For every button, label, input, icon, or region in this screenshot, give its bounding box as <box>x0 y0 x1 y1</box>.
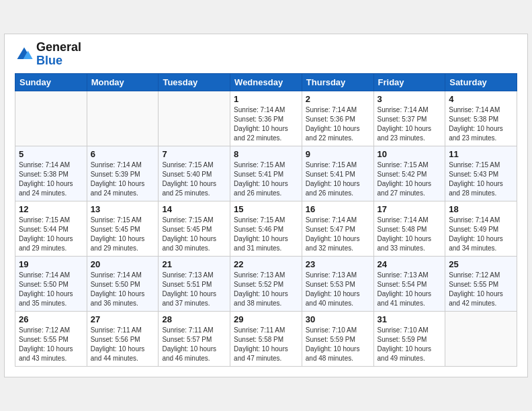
weekday-header-row: SundayMondayTuesdayWednesdayThursdayFrid… <box>15 73 517 91</box>
weekday-header-wednesday: Wednesday <box>230 73 302 91</box>
day-info: Sunrise: 7:15 AM Sunset: 5:41 PM Dayligh… <box>306 161 370 198</box>
calendar-cell: 10Sunrise: 7:15 AM Sunset: 5:42 PM Dayli… <box>373 146 445 201</box>
day-info: Sunrise: 7:14 AM Sunset: 5:50 PM Dayligh… <box>19 271 83 308</box>
day-number: 10 <box>378 149 442 159</box>
calendar-table: SundayMondayTuesdayWednesdayThursdayFrid… <box>15 73 517 367</box>
day-number: 23 <box>306 259 370 269</box>
calendar-cell: 3Sunrise: 7:14 AM Sunset: 5:37 PM Daylig… <box>373 91 445 146</box>
day-number: 13 <box>91 204 155 214</box>
calendar-cell: 25Sunrise: 7:12 AM Sunset: 5:55 PM Dayli… <box>445 256 517 311</box>
calendar-cell: 14Sunrise: 7:15 AM Sunset: 5:45 PM Dayli… <box>159 201 230 256</box>
calendar-header: General Blue <box>15 41 517 68</box>
calendar-cell: 29Sunrise: 7:11 AM Sunset: 5:58 PM Dayli… <box>230 311 302 366</box>
day-info: Sunrise: 7:14 AM Sunset: 5:37 PM Dayligh… <box>378 105 442 143</box>
calendar-cell: 9Sunrise: 7:15 AM Sunset: 5:41 PM Daylig… <box>302 146 373 201</box>
calendar-cell: 30Sunrise: 7:10 AM Sunset: 5:59 PM Dayli… <box>302 311 373 366</box>
calendar-cell: 20Sunrise: 7:14 AM Sunset: 5:50 PM Dayli… <box>87 256 159 311</box>
day-number: 12 <box>19 204 83 214</box>
day-info: Sunrise: 7:13 AM Sunset: 5:54 PM Dayligh… <box>378 271 442 308</box>
day-number: 7 <box>162 149 226 159</box>
weekday-header-sunday: Sunday <box>15 73 87 91</box>
day-info: Sunrise: 7:15 AM Sunset: 5:40 PM Dayligh… <box>162 161 226 198</box>
day-info: Sunrise: 7:13 AM Sunset: 5:52 PM Dayligh… <box>234 271 298 308</box>
week-row-4: 19Sunrise: 7:14 AM Sunset: 5:50 PM Dayli… <box>15 256 517 311</box>
day-number: 29 <box>234 314 298 324</box>
day-info: Sunrise: 7:12 AM Sunset: 5:55 PM Dayligh… <box>19 326 83 363</box>
day-info: Sunrise: 7:14 AM Sunset: 5:47 PM Dayligh… <box>306 216 370 253</box>
logo-text: General Blue <box>36 41 81 68</box>
day-info: Sunrise: 7:14 AM Sunset: 5:38 PM Dayligh… <box>19 161 83 198</box>
day-info: Sunrise: 7:14 AM Sunset: 5:36 PM Dayligh… <box>234 105 298 143</box>
calendar-cell: 18Sunrise: 7:14 AM Sunset: 5:49 PM Dayli… <box>445 201 517 256</box>
day-number: 22 <box>234 259 298 269</box>
day-number: 20 <box>91 259 155 269</box>
calendar-cell: 27Sunrise: 7:11 AM Sunset: 5:56 PM Dayli… <box>87 311 159 366</box>
calendar-container: General Blue SundayMondayTuesdayWednesda… <box>4 34 528 377</box>
day-info: Sunrise: 7:15 AM Sunset: 5:45 PM Dayligh… <box>91 216 155 253</box>
day-info: Sunrise: 7:15 AM Sunset: 5:46 PM Dayligh… <box>234 216 298 253</box>
day-number: 17 <box>378 204 442 214</box>
day-info: Sunrise: 7:14 AM Sunset: 5:39 PM Dayligh… <box>91 161 155 198</box>
calendar-cell <box>445 311 517 366</box>
calendar-cell: 11Sunrise: 7:15 AM Sunset: 5:43 PM Dayli… <box>445 146 517 201</box>
day-number: 8 <box>234 149 298 159</box>
calendar-cell <box>87 91 159 146</box>
logo-icon <box>15 45 34 64</box>
day-info: Sunrise: 7:14 AM Sunset: 5:36 PM Dayligh… <box>306 105 370 143</box>
day-info: Sunrise: 7:15 AM Sunset: 5:43 PM Dayligh… <box>449 161 513 198</box>
week-row-3: 12Sunrise: 7:15 AM Sunset: 5:44 PM Dayli… <box>15 201 517 256</box>
day-info: Sunrise: 7:14 AM Sunset: 5:48 PM Dayligh… <box>378 216 442 253</box>
day-number: 19 <box>19 259 83 269</box>
day-number: 15 <box>234 204 298 214</box>
day-number: 3 <box>378 94 442 104</box>
calendar-cell: 24Sunrise: 7:13 AM Sunset: 5:54 PM Dayli… <box>373 256 445 311</box>
day-info: Sunrise: 7:14 AM Sunset: 5:49 PM Dayligh… <box>449 216 513 253</box>
day-number: 1 <box>234 94 298 104</box>
calendar-cell: 13Sunrise: 7:15 AM Sunset: 5:45 PM Dayli… <box>87 201 159 256</box>
calendar-cell: 6Sunrise: 7:14 AM Sunset: 5:39 PM Daylig… <box>87 146 159 201</box>
day-number: 9 <box>306 149 370 159</box>
day-number: 5 <box>19 149 83 159</box>
calendar-cell: 26Sunrise: 7:12 AM Sunset: 5:55 PM Dayli… <box>15 311 87 366</box>
calendar-cell: 19Sunrise: 7:14 AM Sunset: 5:50 PM Dayli… <box>15 256 87 311</box>
calendar-cell: 1Sunrise: 7:14 AM Sunset: 5:36 PM Daylig… <box>230 91 302 146</box>
weekday-header-saturday: Saturday <box>445 73 517 91</box>
day-number: 6 <box>91 149 155 159</box>
calendar-cell: 23Sunrise: 7:13 AM Sunset: 5:53 PM Dayli… <box>302 256 373 311</box>
day-number: 28 <box>162 314 226 324</box>
weekday-header-thursday: Thursday <box>302 73 373 91</box>
calendar-cell: 21Sunrise: 7:13 AM Sunset: 5:51 PM Dayli… <box>159 256 230 311</box>
day-info: Sunrise: 7:11 AM Sunset: 5:56 PM Dayligh… <box>91 326 155 363</box>
day-number: 25 <box>449 259 513 269</box>
day-number: 11 <box>449 149 513 159</box>
day-info: Sunrise: 7:13 AM Sunset: 5:51 PM Dayligh… <box>162 271 226 308</box>
day-info: Sunrise: 7:15 AM Sunset: 5:42 PM Dayligh… <box>378 161 442 198</box>
weekday-header-tuesday: Tuesday <box>159 73 230 91</box>
calendar-cell: 4Sunrise: 7:14 AM Sunset: 5:38 PM Daylig… <box>445 91 517 146</box>
day-number: 30 <box>306 314 370 324</box>
calendar-cell <box>15 91 87 146</box>
day-info: Sunrise: 7:11 AM Sunset: 5:57 PM Dayligh… <box>162 326 226 363</box>
day-number: 2 <box>306 94 370 104</box>
day-number: 4 <box>449 94 513 104</box>
calendar-cell: 15Sunrise: 7:15 AM Sunset: 5:46 PM Dayli… <box>230 201 302 256</box>
day-number: 16 <box>306 204 370 214</box>
day-info: Sunrise: 7:10 AM Sunset: 5:59 PM Dayligh… <box>306 326 370 363</box>
calendar-cell: 31Sunrise: 7:10 AM Sunset: 5:59 PM Dayli… <box>373 311 445 366</box>
calendar-cell: 12Sunrise: 7:15 AM Sunset: 5:44 PM Dayli… <box>15 201 87 256</box>
calendar-cell: 22Sunrise: 7:13 AM Sunset: 5:52 PM Dayli… <box>230 256 302 311</box>
day-info: Sunrise: 7:15 AM Sunset: 5:45 PM Dayligh… <box>162 216 226 253</box>
day-number: 27 <box>91 314 155 324</box>
day-info: Sunrise: 7:11 AM Sunset: 5:58 PM Dayligh… <box>234 326 298 363</box>
logo: General Blue <box>15 41 81 68</box>
day-number: 14 <box>162 204 226 214</box>
day-number: 24 <box>378 259 442 269</box>
weekday-header-monday: Monday <box>87 73 159 91</box>
day-info: Sunrise: 7:14 AM Sunset: 5:50 PM Dayligh… <box>91 271 155 308</box>
day-info: Sunrise: 7:13 AM Sunset: 5:53 PM Dayligh… <box>306 271 370 308</box>
week-row-5: 26Sunrise: 7:12 AM Sunset: 5:55 PM Dayli… <box>15 311 517 366</box>
day-number: 18 <box>449 204 513 214</box>
calendar-cell: 5Sunrise: 7:14 AM Sunset: 5:38 PM Daylig… <box>15 146 87 201</box>
week-row-2: 5Sunrise: 7:14 AM Sunset: 5:38 PM Daylig… <box>15 146 517 201</box>
day-number: 31 <box>378 314 442 324</box>
